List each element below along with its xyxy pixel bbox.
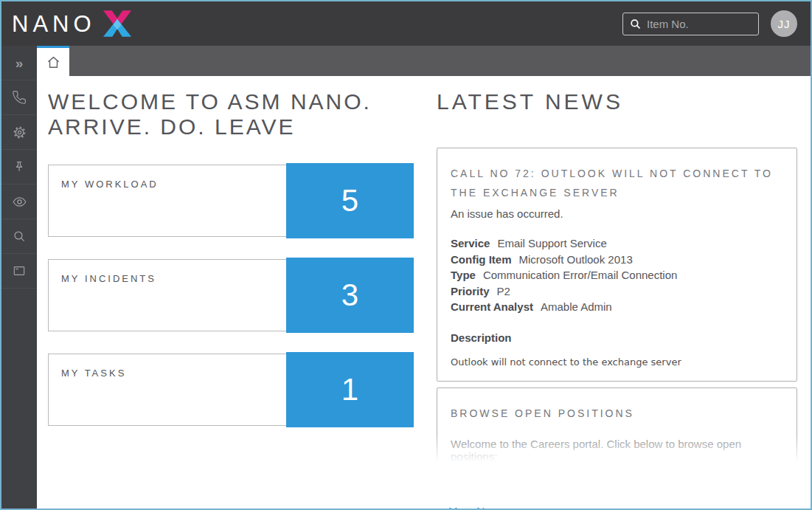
expand-chevrons-icon: » <box>15 56 24 70</box>
field-config-item: Config ItemMicrosoft Outlook 2013 <box>451 252 783 268</box>
welcome-heading: WELCOME TO ASM NANO. ARRIVE. DO. LEAVE <box>48 89 414 139</box>
news-article-intro: An issue has occurred. <box>451 207 783 220</box>
field-value: Amable Admin <box>541 300 612 313</box>
field-priority: PriorityP2 <box>451 283 783 300</box>
news-article-outlook[interactable]: CALL NO 72: OUTLOOK WILL NOT CONNECT TO … <box>437 148 797 382</box>
sidebar-item-window[interactable] <box>1 254 37 289</box>
stat-card-count: 5 <box>286 163 414 238</box>
window-icon <box>12 263 27 278</box>
description-text: Outlook will not connect to the exchange… <box>451 356 783 368</box>
avatar[interactable]: JJ <box>771 10 797 37</box>
sidebar-item-settings[interactable] <box>1 115 37 150</box>
header-right: JJ <box>622 10 797 37</box>
field-label: Type <box>451 269 476 281</box>
item-search-box[interactable] <box>622 13 759 35</box>
more-news-link[interactable]: More News <box>448 505 504 509</box>
welcome-heading-line1: WELCOME TO ASM NANO. <box>48 89 372 114</box>
field-value: P2 <box>497 285 510 297</box>
search-input[interactable] <box>647 18 752 30</box>
stat-card-label: MY INCIDENTS <box>61 273 156 284</box>
description-heading: Description <box>451 331 783 344</box>
sidebar: » <box>1 46 37 509</box>
news-column: LATEST NEWS CALL NO 72: OUTLOOK WILL NOT… <box>437 89 797 509</box>
field-value: Communication Error/Email Connection <box>483 269 677 281</box>
news-article-fields: ServiceEmail Support Service Config Item… <box>451 235 783 315</box>
field-label: Config Item <box>451 253 512 266</box>
news-heading: LATEST NEWS <box>437 89 797 114</box>
left-column: WELCOME TO ASM NANO. ARRIVE. DO. LEAVE M… <box>48 89 414 509</box>
news-article-intro: Welcome to the Careers portal. Click bel… <box>451 438 783 463</box>
stat-card-label: MY TASKS <box>61 368 126 379</box>
home-icon <box>45 54 62 71</box>
sidebar-item-expand[interactable]: » <box>1 46 37 80</box>
eye-icon <box>12 194 27 210</box>
search-icon <box>12 229 27 244</box>
news-article-title: CALL NO 72: OUTLOOK WILL NOT CONNECT TO … <box>451 164 783 202</box>
field-current-analyst: Current AnalystAmable Admin <box>451 299 783 315</box>
phone-icon <box>12 90 27 105</box>
stat-cards: MY WORKLOAD 5 MY INCIDENTS 3 MY TASKS 1 <box>48 165 414 426</box>
welcome-heading-line2: ARRIVE. DO. LEAVE <box>48 114 296 139</box>
field-label: Current Analyst <box>451 300 533 313</box>
search-icon <box>629 18 642 30</box>
stat-card-my-incidents[interactable]: MY INCIDENTS 3 <box>48 259 414 331</box>
field-label: Service <box>451 237 490 249</box>
sidebar-item-watch[interactable] <box>1 185 37 219</box>
logo-x-icon <box>103 10 131 37</box>
gear-icon <box>12 125 27 140</box>
body-row: » <box>1 46 811 509</box>
stat-card-my-workload[interactable]: MY WORKLOAD 5 <box>48 165 414 237</box>
sidebar-item-phone[interactable] <box>1 80 37 115</box>
stat-card-my-tasks[interactable]: MY TASKS 1 <box>48 354 414 426</box>
news-article-careers[interactable]: BROWSE OPEN POSITIONS Welcome to the Car… <box>437 387 797 469</box>
stat-card-label: MY WORKLOAD <box>61 179 159 190</box>
content-area: WELCOME TO ASM NANO. ARRIVE. DO. LEAVE M… <box>37 46 811 509</box>
logo[interactable]: NANO <box>12 10 131 37</box>
tab-bar <box>37 46 811 76</box>
app-window: NANO JJ » <box>0 0 812 510</box>
sidebar-item-pin[interactable] <box>1 150 37 185</box>
field-type: TypeCommunication Error/Email Connection <box>451 267 783 283</box>
field-label: Priority <box>451 285 490 297</box>
sidebar-item-search[interactable] <box>1 219 37 254</box>
news-article-title: BROWSE OPEN POSITIONS <box>451 404 783 423</box>
news-article-careers-wrapper: BROWSE OPEN POSITIONS Welcome to the Car… <box>437 387 797 469</box>
field-service: ServiceEmail Support Service <box>451 235 783 252</box>
pin-icon <box>12 159 27 174</box>
logo-text: NANO <box>12 13 96 35</box>
field-value: Email Support Service <box>497 237 606 249</box>
stat-card-count: 3 <box>286 258 414 333</box>
field-value: Microsoft Outlook 2013 <box>519 253 633 266</box>
tab-home[interactable] <box>37 46 69 76</box>
stat-card-count: 1 <box>286 352 414 427</box>
top-header: NANO JJ <box>1 1 811 46</box>
page: WELCOME TO ASM NANO. ARRIVE. DO. LEAVE M… <box>37 76 811 509</box>
